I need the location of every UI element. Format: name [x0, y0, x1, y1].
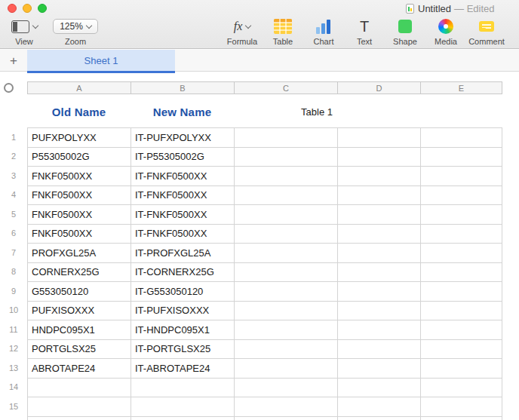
cell-B14[interactable]	[131, 379, 235, 398]
cell-B9[interactable]: IT-G553050120	[131, 282, 235, 302]
cell-E1[interactable]	[421, 128, 502, 148]
cell-C14[interactable]	[235, 379, 338, 398]
column-header-B[interactable]: B	[131, 81, 235, 94]
cell-C3[interactable]	[235, 167, 338, 186]
cell-C2[interactable]	[235, 148, 338, 167]
cell-A10[interactable]: PUFXISOXXX	[28, 302, 131, 321]
close-button[interactable]	[8, 4, 17, 13]
cell-E6[interactable]	[421, 225, 502, 244]
column-header-D[interactable]: D	[338, 81, 421, 94]
cell-A16[interactable]	[28, 417, 131, 420]
cell-E4[interactable]	[421, 186, 502, 206]
add-sheet-button[interactable]: +	[0, 50, 27, 72]
cell-A6[interactable]: FNKF0500XX	[28, 225, 131, 244]
view-button[interactable]: View	[6, 18, 42, 46]
cell-C13[interactable]	[235, 359, 338, 379]
tab-sheet-1[interactable]: Sheet 1	[27, 50, 175, 72]
row-header-11[interactable]: 11	[0, 320, 27, 339]
cell-D12[interactable]	[338, 340, 421, 360]
cell-C11[interactable]	[235, 320, 338, 340]
column-header-E[interactable]: E	[421, 81, 502, 94]
cell-D5[interactable]	[338, 205, 421, 225]
cell-D9[interactable]	[338, 282, 421, 302]
cell-E14[interactable]	[421, 379, 502, 398]
row-header-14[interactable]: 14	[0, 378, 27, 397]
cell-C7[interactable]	[235, 244, 338, 263]
cell-D6[interactable]	[338, 225, 421, 244]
cell-C6[interactable]	[235, 225, 338, 244]
row-header-5[interactable]: 5	[0, 204, 27, 224]
cell-A7[interactable]: PROFXGL25A	[28, 244, 131, 263]
minimize-button[interactable]	[23, 4, 32, 13]
row-header-7[interactable]: 7	[0, 243, 27, 262]
cell-D3[interactable]	[338, 167, 421, 186]
cell-A2[interactable]: P55305002G	[28, 148, 131, 167]
cell-A9[interactable]: G553050120	[28, 282, 131, 302]
cell-D10[interactable]	[338, 302, 421, 321]
comment-button[interactable]: Comment	[466, 18, 507, 46]
column-header-C[interactable]: C	[235, 81, 338, 94]
cell-D7[interactable]	[338, 244, 421, 263]
cell-A3[interactable]: FNKF0500XX	[28, 167, 131, 186]
cell-B11[interactable]: IT-HNDPC095X1	[131, 320, 235, 340]
media-button[interactable]: Media	[425, 18, 466, 46]
cell-A4[interactable]: FNKF0500XX	[28, 186, 131, 206]
header-cell-new-name[interactable]: New Name	[131, 100, 234, 123]
cell-B1[interactable]: IT-PUFXPOLYXX	[131, 128, 235, 148]
cell-C16[interactable]	[235, 417, 338, 420]
cell-A12[interactable]: PORTGLSX25	[28, 340, 131, 360]
cell-B6[interactable]: IT-FNKF0500XX	[131, 225, 235, 244]
row-header-1[interactable]: 1	[0, 127, 27, 147]
cell-D2[interactable]	[338, 148, 421, 167]
cell-A15[interactable]	[28, 397, 131, 417]
cell-B13[interactable]: IT-ABROTAPE24	[131, 359, 235, 379]
fullscreen-button[interactable]	[38, 4, 47, 13]
row-header-13[interactable]: 13	[0, 358, 27, 378]
cell-E8[interactable]	[421, 263, 502, 283]
cell-D8[interactable]	[338, 263, 421, 283]
row-header-9[interactable]: 9	[0, 281, 27, 301]
cell-B3[interactable]: IT-FNKF0500XX	[131, 167, 235, 186]
cell-E3[interactable]	[421, 167, 502, 186]
formula-button[interactable]: fx Formula	[222, 18, 263, 46]
cell-A13[interactable]: ABROTAPE24	[28, 359, 131, 379]
header-cell-old-name[interactable]: Old Name	[27, 100, 131, 123]
row-header-15[interactable]: 15	[0, 397, 27, 416]
cell-B5[interactable]: IT-FNKF0500XX	[131, 205, 235, 225]
cell-C1[interactable]	[235, 128, 338, 148]
cell-B10[interactable]: IT-PUFXISOXXX	[131, 302, 235, 321]
text-button[interactable]: T Text	[344, 18, 385, 46]
cell-A11[interactable]: HNDPC095X1	[28, 320, 131, 340]
cell-C15[interactable]	[235, 397, 338, 417]
shape-button[interactable]: Shape	[385, 18, 425, 46]
column-header-A[interactable]: A	[28, 81, 131, 94]
cell-C4[interactable]	[235, 186, 338, 206]
table-handle-icon[interactable]	[4, 83, 14, 93]
cell-E10[interactable]	[421, 302, 502, 321]
cell-D16[interactable]	[338, 417, 421, 420]
cell-D15[interactable]	[338, 397, 421, 417]
row-header-3[interactable]: 3	[0, 166, 27, 185]
row-header-4[interactable]: 4	[0, 185, 27, 205]
row-header-6[interactable]: 6	[0, 224, 27, 244]
row-header-10[interactable]: 10	[0, 301, 27, 320]
row-header-8[interactable]: 8	[0, 262, 27, 282]
cell-D14[interactable]	[338, 379, 421, 398]
cell-C12[interactable]	[235, 340, 338, 360]
chart-button[interactable]: Chart	[303, 18, 344, 46]
cell-B7[interactable]: IT-PROFXGL25A	[131, 244, 235, 263]
cell-D4[interactable]	[338, 186, 421, 206]
cell-E11[interactable]	[421, 320, 502, 340]
cell-E12[interactable]	[421, 340, 502, 360]
cell-B4[interactable]: IT-FNKF0500XX	[131, 186, 235, 206]
cell-B8[interactable]: IT-CORNERX25G	[131, 263, 235, 283]
cell-B2[interactable]: IT-P55305002G	[131, 148, 235, 167]
cell-D11[interactable]	[338, 320, 421, 340]
cell-E16[interactable]	[421, 417, 502, 420]
cell-A8[interactable]: CORNERX25G	[28, 263, 131, 283]
row-header-2[interactable]: 2	[0, 147, 27, 167]
cell-A1[interactable]: PUFXPOLYXX	[28, 128, 131, 148]
cell-B12[interactable]: IT-PORTGLSX25	[131, 340, 235, 360]
cell-C9[interactable]	[235, 282, 338, 302]
cell-A14[interactable]	[28, 379, 131, 398]
